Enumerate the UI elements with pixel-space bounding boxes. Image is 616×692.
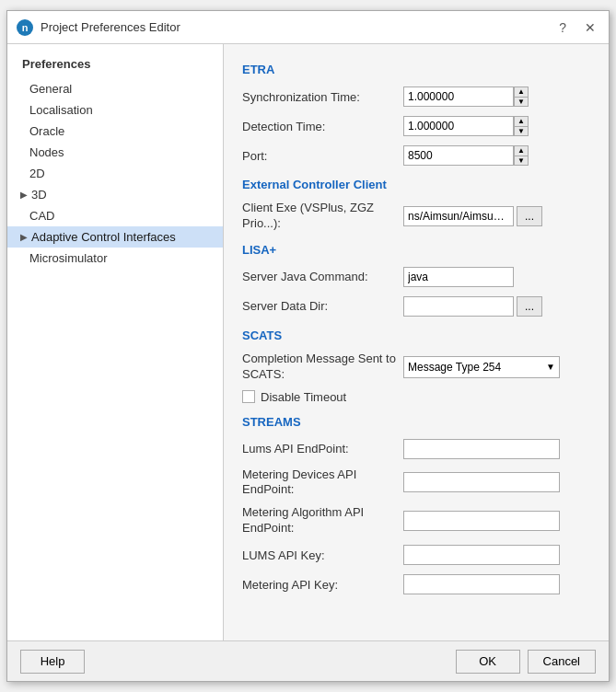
- sidebar-item-oracle[interactable]: Oracle: [7, 121, 223, 142]
- detection-time-label: Detection Time:: [242, 120, 403, 133]
- server-java-input[interactable]: [403, 267, 514, 287]
- sidebar-item-label: Microsimulator: [29, 251, 108, 265]
- disable-timeout-label: Disable Timeout: [261, 390, 346, 404]
- server-data-input[interactable]: [403, 296, 514, 317]
- ok-button[interactable]: OK: [456, 650, 520, 674]
- metering-key-input[interactable]: [403, 574, 560, 594]
- completion-msg-row: Completion Message Sent to SCATS: Messag…: [242, 352, 590, 383]
- server-data-input-group: ...: [403, 296, 542, 317]
- lums-key-label: LUMS API Key:: [242, 548, 403, 562]
- sidebar-item-adaptive-control[interactable]: ▶ Adaptive Control Interfaces: [7, 226, 223, 248]
- expand-arrow-icon: ▶: [20, 232, 28, 242]
- lums-api-row: Lums API EndPoint:: [242, 438, 590, 460]
- disable-timeout-row: Disable Timeout: [242, 390, 590, 404]
- sidebar-item-label: Oracle: [29, 124, 64, 138]
- expand-arrow-icon: ▶: [20, 190, 28, 200]
- cancel-button[interactable]: Cancel: [528, 650, 596, 674]
- sync-time-label: Synchronization Time:: [242, 90, 403, 104]
- lums-api-input[interactable]: [403, 439, 560, 459]
- client-exe-row: Client Exe (VSPlus, ZGZ Prio...): ...: [242, 201, 590, 232]
- sidebar-item-label: Localisation: [29, 103, 93, 117]
- metering-key-row: Metering API Key:: [242, 573, 590, 595]
- metering-devices-input[interactable]: [403, 472, 560, 492]
- completion-msg-dropdown[interactable]: Message Type 254 ▼: [403, 356, 560, 378]
- client-exe-browse-btn[interactable]: ...: [517, 206, 542, 226]
- footer-left: Help: [20, 650, 85, 674]
- sidebar-item-label: Adaptive Control Interfaces: [31, 230, 176, 244]
- sync-time-row: Synchronization Time: ▲ ▼: [242, 86, 590, 108]
- disable-timeout-checkbox[interactable]: [242, 390, 255, 403]
- metering-devices-row: Metering Devices API EndPoint:: [242, 467, 590, 499]
- detection-time-row: Detection Time: ▲ ▼: [242, 115, 590, 137]
- sidebar-item-label: 3D: [31, 188, 47, 202]
- sidebar-item-2d[interactable]: 2D: [7, 163, 223, 184]
- sync-time-down-btn[interactable]: ▼: [514, 97, 529, 107]
- footer-right: OK Cancel: [456, 650, 596, 674]
- lums-key-input[interactable]: [403, 545, 560, 565]
- metering-devices-label: Metering Devices API EndPoint:: [242, 467, 403, 499]
- lums-key-row: LUMS API Key:: [242, 544, 590, 566]
- sidebar-item-label: General: [29, 82, 72, 96]
- dialog-body: Preferences General Localisation Oracle …: [7, 44, 609, 640]
- sidebar-item-general[interactable]: General: [7, 78, 223, 99]
- title-bar: n Project Preferences Editor ? ✕: [7, 11, 609, 44]
- sidebar-item-label: Nodes: [29, 145, 64, 159]
- sync-time-spinners: ▲ ▼: [514, 86, 529, 107]
- sidebar-item-microsimulator[interactable]: Microsimulator: [7, 248, 223, 269]
- title-bar-right: ? ✕: [555, 20, 599, 35]
- help-icon-btn[interactable]: ?: [555, 20, 570, 35]
- detection-time-down-btn[interactable]: ▼: [514, 126, 529, 136]
- title-bar-left: n Project Preferences Editor: [17, 19, 180, 36]
- server-java-label: Server Java Command:: [242, 270, 403, 283]
- client-exe-label: Client Exe (VSPlus, ZGZ Prio...):: [242, 201, 403, 232]
- completion-msg-value: Message Type 254: [408, 361, 501, 374]
- sidebar: Preferences General Localisation Oracle …: [7, 44, 224, 640]
- etra-section-title: ETRA: [242, 63, 590, 76]
- detection-time-up-btn[interactable]: ▲: [514, 116, 529, 126]
- metering-algo-row: Metering Algorithm API EndPoint:: [242, 505, 590, 536]
- dropdown-arrow-icon: ▼: [546, 362, 555, 372]
- port-up-btn[interactable]: ▲: [514, 145, 529, 156]
- dialog-footer: Help OK Cancel: [7, 640, 609, 681]
- detection-time-input-group: ▲ ▼: [403, 116, 529, 136]
- sidebar-item-label: CAD: [29, 209, 54, 223]
- streams-section-title: STREAMS: [242, 415, 590, 429]
- port-input[interactable]: [403, 145, 514, 166]
- server-data-row: Server Data Dir: ...: [242, 295, 590, 317]
- metering-algo-input[interactable]: [403, 511, 560, 531]
- sidebar-item-3d[interactable]: ▶ 3D: [7, 184, 223, 205]
- port-down-btn[interactable]: ▼: [514, 156, 529, 166]
- port-label: Port:: [242, 149, 403, 163]
- help-button[interactable]: Help: [20, 650, 85, 674]
- server-java-row: Server Java Command:: [242, 266, 590, 288]
- server-data-browse-btn[interactable]: ...: [517, 296, 542, 317]
- sync-time-input[interactable]: [403, 86, 514, 107]
- port-row: Port: ▲ ▼: [242, 144, 590, 167]
- lisa-section-title: LISA+: [242, 243, 590, 257]
- metering-key-label: Metering API Key:: [242, 578, 403, 592]
- completion-msg-label: Completion Message Sent to SCATS:: [242, 352, 403, 383]
- sidebar-item-label: 2D: [29, 167, 45, 180]
- sync-time-input-group: ▲ ▼: [403, 86, 529, 107]
- lums-api-label: Lums API EndPoint:: [242, 442, 403, 456]
- client-exe-input[interactable]: [403, 206, 514, 226]
- client-exe-input-group: ...: [403, 206, 542, 226]
- port-input-group: ▲ ▼: [403, 145, 529, 166]
- external-controller-title: External Controller Client: [242, 178, 590, 191]
- dialog-title: Project Preferences Editor: [41, 20, 180, 34]
- detection-time-spinners: ▲ ▼: [514, 116, 529, 136]
- sidebar-item-localisation[interactable]: Localisation: [7, 99, 223, 121]
- sidebar-header: Preferences: [7, 53, 223, 78]
- sidebar-item-cad[interactable]: CAD: [7, 205, 223, 226]
- project-preferences-dialog: n Project Preferences Editor ? ✕ Prefere…: [6, 10, 610, 682]
- close-icon-btn[interactable]: ✕: [581, 20, 599, 35]
- scats-section-title: SCATS: [242, 329, 590, 342]
- server-data-label: Server Data Dir:: [242, 299, 403, 313]
- metering-algo-label: Metering Algorithm API EndPoint:: [242, 505, 403, 536]
- main-content: ETRA Synchronization Time: ▲ ▼ Detection…: [224, 44, 609, 640]
- port-spinners: ▲ ▼: [514, 145, 529, 166]
- app-icon: n: [17, 19, 33, 36]
- detection-time-input[interactable]: [403, 116, 514, 136]
- sync-time-up-btn[interactable]: ▲: [514, 86, 529, 97]
- sidebar-item-nodes[interactable]: Nodes: [7, 142, 223, 163]
